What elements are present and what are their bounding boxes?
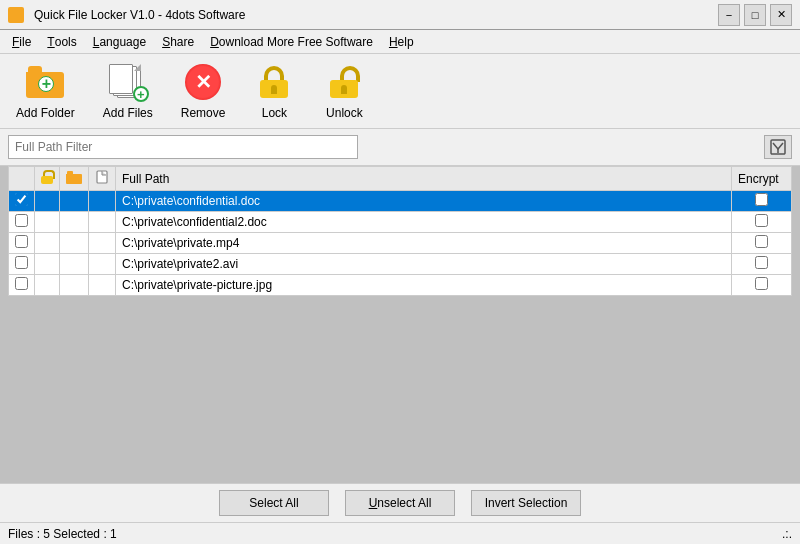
add-folder-icon: + (26, 66, 64, 98)
filter-input[interactable] (8, 135, 358, 159)
row-encrypt-checkbox[interactable] (755, 256, 768, 269)
status-bar: Files : 5 Selected : 1 .:. (0, 522, 800, 544)
col-header-lock (35, 167, 60, 191)
lock-icon-wrap (254, 62, 294, 102)
row-lock-cell (35, 254, 60, 275)
remove-icon-wrap: ✕ (183, 62, 223, 102)
main-content: Full Path Encrypt C:\private\confidentia… (0, 166, 800, 483)
unlock-icon-wrap (324, 62, 364, 102)
unselect-all-button[interactable]: Unselect All (345, 490, 455, 516)
row-file-cell (89, 212, 116, 233)
title-bar: Quick File Locker V1.0 - 4dots Software … (0, 0, 800, 30)
window-title: Quick File Locker V1.0 - 4dots Software (34, 8, 245, 22)
row-checkbox[interactable] (15, 256, 28, 269)
title-bar-controls: − □ ✕ (718, 4, 792, 26)
menu-help[interactable]: Help (381, 30, 422, 53)
table-row: C:\private\private2.avi (9, 254, 792, 275)
col-header-check (9, 167, 35, 191)
row-checkbox-cell (9, 212, 35, 233)
row-encrypt-cell (732, 254, 792, 275)
col-header-folder (60, 167, 89, 191)
row-lock-cell (35, 212, 60, 233)
row-encrypt-checkbox[interactable] (755, 235, 768, 248)
row-encrypt-cell (732, 275, 792, 296)
col-header-file (89, 167, 116, 191)
row-path: C:\private\confidential.doc (116, 191, 732, 212)
row-encrypt-checkbox[interactable] (755, 277, 768, 290)
row-checkbox[interactable] (15, 214, 28, 227)
lock-header-icon (41, 170, 53, 184)
table-row: C:\private\private-picture.jpg (9, 275, 792, 296)
col-header-encrypt: Encrypt (732, 167, 792, 191)
row-folder-cell (60, 254, 89, 275)
toolbar: + Add Folder + Add Files ✕ Remove (0, 54, 800, 129)
remove-label: Remove (181, 106, 226, 120)
row-folder-cell (60, 233, 89, 254)
row-lock-cell (35, 191, 60, 212)
row-encrypt-checkbox[interactable] (755, 193, 768, 206)
unlock-button[interactable]: Unlock (315, 58, 373, 124)
row-checkbox[interactable] (15, 235, 28, 248)
row-folder-cell (60, 212, 89, 233)
menu-file[interactable]: File (4, 30, 39, 53)
row-checkbox-cell (9, 191, 35, 212)
remove-icon: ✕ (185, 64, 221, 100)
filter-bar (0, 129, 800, 166)
row-path: C:\private\private-picture.jpg (116, 275, 732, 296)
invert-selection-button[interactable]: Invert Selection (471, 490, 581, 516)
row-path: C:\private\private.mp4 (116, 233, 732, 254)
add-folder-label: Add Folder (16, 106, 75, 120)
row-file-cell (89, 254, 116, 275)
row-checkbox[interactable] (15, 193, 28, 206)
add-files-button[interactable]: + Add Files (95, 58, 161, 124)
bottom-bar: Select All Unselect All Invert Selection (0, 483, 800, 522)
row-checkbox-cell (9, 233, 35, 254)
table-row: C:\private\confidential2.doc (9, 212, 792, 233)
lock-icon (260, 66, 288, 98)
file-table: Full Path Encrypt C:\private\confidentia… (8, 166, 792, 296)
col-header-path: Full Path (116, 167, 732, 191)
add-folder-button[interactable]: + Add Folder (8, 58, 83, 124)
status-dots: .:. (782, 527, 792, 541)
table-row: C:\private\confidential.doc (9, 191, 792, 212)
add-files-label: Add Files (103, 106, 153, 120)
row-encrypt-cell (732, 191, 792, 212)
menu-tools[interactable]: Tools (39, 30, 84, 53)
row-lock-cell (35, 275, 60, 296)
menu-share[interactable]: Share (154, 30, 202, 53)
row-checkbox[interactable] (15, 277, 28, 290)
menu-bar: File Tools Language Share Download More … (0, 30, 800, 54)
menu-language[interactable]: Language (85, 30, 154, 53)
row-folder-cell (60, 191, 89, 212)
folder-header-icon (66, 171, 82, 184)
add-files-icon: + (109, 64, 147, 100)
status-text: Files : 5 Selected : 1 (8, 527, 117, 541)
row-folder-cell (60, 275, 89, 296)
row-checkbox-cell (9, 254, 35, 275)
row-encrypt-cell (732, 212, 792, 233)
row-checkbox-cell (9, 275, 35, 296)
lock-button[interactable]: Lock (245, 58, 303, 124)
row-encrypt-cell (732, 233, 792, 254)
close-button[interactable]: ✕ (770, 4, 792, 26)
row-file-cell (89, 275, 116, 296)
row-encrypt-checkbox[interactable] (755, 214, 768, 227)
filter-icon (770, 139, 786, 155)
title-bar-left: Quick File Locker V1.0 - 4dots Software (8, 7, 245, 23)
minimize-button[interactable]: − (718, 4, 740, 26)
table-row: C:\private\private.mp4 (9, 233, 792, 254)
filter-icon-button[interactable] (764, 135, 792, 159)
select-all-button[interactable]: Select All (219, 490, 329, 516)
app-icon (8, 7, 24, 23)
row-file-cell (89, 191, 116, 212)
table-area: Full Path Encrypt C:\private\confidentia… (0, 166, 800, 483)
row-path: C:\private\confidential2.doc (116, 212, 732, 233)
row-file-cell (89, 233, 116, 254)
lock-label: Lock (262, 106, 287, 120)
maximize-button[interactable]: □ (744, 4, 766, 26)
remove-button[interactable]: ✕ Remove (173, 58, 234, 124)
row-path: C:\private\private2.avi (116, 254, 732, 275)
unlock-icon (330, 66, 358, 98)
menu-download[interactable]: Download More Free Software (202, 30, 381, 53)
file-header-icon (95, 170, 109, 184)
